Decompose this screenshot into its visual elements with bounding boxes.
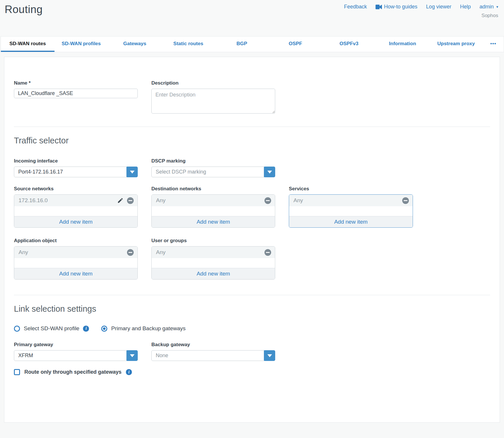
list-item-value: Any xyxy=(156,249,261,256)
howto-guides-link[interactable]: How-to guides xyxy=(376,4,417,10)
listbox-spacer xyxy=(14,258,137,268)
list-item: Any xyxy=(152,195,275,206)
link-mode-radio-group: Select SD-WAN profile i Primary and Back… xyxy=(14,325,490,332)
tab-static-routes[interactable]: Static routes xyxy=(162,36,215,52)
route-only-checkbox-row: Route only through specified gateways i xyxy=(14,369,490,375)
add-new-item-button[interactable]: Add new item xyxy=(14,216,137,227)
tab-sdwan-routes[interactable]: SD-WAN routes xyxy=(1,36,55,52)
chevron-down-icon xyxy=(267,354,272,357)
destination-networks-label: Destination networks xyxy=(151,186,275,192)
dropdown-button[interactable] xyxy=(126,167,138,177)
user-menu[interactable]: admin ▾ xyxy=(479,4,498,10)
source-networks-label: Source networks xyxy=(14,186,138,192)
list-item-value: Any xyxy=(293,197,399,204)
caret-down-icon: ▾ xyxy=(496,5,498,9)
page-header: Routing Feedback How-to guides Log viewe… xyxy=(0,0,504,36)
user-menu-label: admin xyxy=(479,4,494,10)
description-label: Description xyxy=(151,80,275,86)
add-new-item-button[interactable]: Add new item xyxy=(289,216,413,227)
tab-sdwan-profiles[interactable]: SD-WAN profiles xyxy=(55,36,108,52)
description-textarea[interactable] xyxy=(151,89,275,114)
add-new-item-button[interactable]: Add new item xyxy=(152,216,275,227)
user-or-groups-label: User or groups xyxy=(151,238,275,244)
list-item-value: Any xyxy=(19,249,124,256)
tab-upstream-proxy[interactable]: Upstream proxy xyxy=(429,36,483,52)
remove-minus-icon[interactable] xyxy=(402,197,409,204)
dscp-marking-label: DSCP marking xyxy=(151,158,275,164)
section-divider xyxy=(14,127,490,127)
list-item-value: 172.16.16.0 xyxy=(19,197,114,204)
tab-ospfv3[interactable]: OSPFv3 xyxy=(322,36,376,52)
howto-guides-label: How-to guides xyxy=(384,4,417,10)
radio-label: Select SD-WAN profile xyxy=(24,325,79,332)
name-label: Name * xyxy=(14,80,138,86)
info-icon[interactable]: i xyxy=(126,369,132,375)
top-nav: Feedback How-to guides Log viewer Help a… xyxy=(344,4,498,10)
name-description-row: Name * Description xyxy=(14,80,490,115)
help-label: Help xyxy=(460,4,471,10)
app-user-row: Application object Any Add new item User… xyxy=(14,238,490,280)
radio-select-sdwan-profile[interactable]: Select SD-WAN profile i xyxy=(14,325,89,332)
listbox-spacer xyxy=(152,258,275,268)
remove-minus-icon[interactable] xyxy=(264,197,271,204)
user-or-groups-listbox: Any Add new item xyxy=(151,246,275,280)
chevron-down-icon xyxy=(130,171,135,174)
section-divider xyxy=(14,295,490,295)
remove-minus-icon[interactable] xyxy=(127,249,134,256)
feedback-link[interactable]: Feedback xyxy=(344,4,367,10)
dscp-marking-select[interactable]: Select DSCP marking xyxy=(151,167,275,177)
video-camera-icon xyxy=(376,5,382,9)
interface-dscp-row: Incoming interface Port4-172.16.16.17 DS… xyxy=(14,158,490,177)
dropdown-button[interactable] xyxy=(264,167,275,177)
route-only-checkbox[interactable] xyxy=(14,369,20,375)
radio-primary-backup-gateways[interactable]: Primary and Backup gateways xyxy=(101,325,186,332)
log-viewer-link[interactable]: Log viewer xyxy=(426,4,451,10)
tab-overflow-ellipsis-icon[interactable]: ••• xyxy=(483,36,504,52)
name-input[interactable] xyxy=(14,89,138,98)
log-viewer-label: Log viewer xyxy=(426,4,451,10)
list-item: Any xyxy=(152,247,275,258)
help-link[interactable]: Help xyxy=(460,4,471,10)
incoming-interface-value: Port4-172.16.16.17 xyxy=(18,169,63,175)
services-label: Services xyxy=(289,186,413,192)
incoming-interface-select[interactable]: Port4-172.16.16.17 xyxy=(14,167,138,177)
remove-minus-icon[interactable] xyxy=(264,249,271,256)
listbox-spacer xyxy=(152,206,275,216)
services-listbox: Any Add new item xyxy=(289,194,413,228)
chevron-down-icon xyxy=(267,171,272,174)
list-item: 172.16.16.0 xyxy=(14,195,137,206)
primary-gateway-value: XFRM xyxy=(18,353,33,359)
list-item: Any xyxy=(289,195,413,206)
incoming-interface-label: Incoming interface xyxy=(14,158,138,164)
tab-ospf[interactable]: OSPF xyxy=(269,36,322,52)
edit-pencil-icon[interactable] xyxy=(117,197,124,204)
primary-gateway-select[interactable]: XFRM xyxy=(14,350,138,361)
tab-gateways[interactable]: Gateways xyxy=(108,36,162,52)
backup-gateway-select[interactable]: None xyxy=(151,350,275,361)
add-new-item-button[interactable]: Add new item xyxy=(152,268,275,279)
info-icon[interactable]: i xyxy=(83,326,89,332)
application-object-label: Application object xyxy=(14,238,138,244)
add-new-item-button[interactable]: Add new item xyxy=(14,268,137,279)
remove-minus-icon[interactable] xyxy=(127,197,134,204)
source-networks-listbox: 172.16.16.0 Add new item xyxy=(14,194,138,228)
backup-gateway-value: None xyxy=(156,353,168,359)
tab-information[interactable]: Information xyxy=(376,36,429,52)
listbox-spacer xyxy=(289,206,413,216)
radio-icon[interactable] xyxy=(101,326,107,332)
dscp-marking-placeholder: Select DSCP marking xyxy=(156,169,206,175)
feedback-label: Feedback xyxy=(344,4,367,10)
list-item-value: Any xyxy=(156,197,261,204)
destination-networks-listbox: Any Add new item xyxy=(151,194,275,228)
tab-bar: SD-WAN routes SD-WAN profiles Gateways S… xyxy=(1,36,504,52)
dropdown-button[interactable] xyxy=(126,350,138,361)
link-selection-heading: Link selection settings xyxy=(14,304,490,314)
tab-bgp[interactable]: BGP xyxy=(215,36,269,52)
listbox-spacer xyxy=(14,206,137,216)
traffic-selector-heading: Traffic selector xyxy=(14,136,490,145)
radio-icon[interactable] xyxy=(14,326,20,332)
backup-gateway-label: Backup gateway xyxy=(151,342,275,348)
dropdown-button[interactable] xyxy=(264,350,275,361)
gateways-row: Primary gateway XFRM Backup gateway None xyxy=(14,342,490,361)
chevron-down-icon xyxy=(130,354,135,357)
